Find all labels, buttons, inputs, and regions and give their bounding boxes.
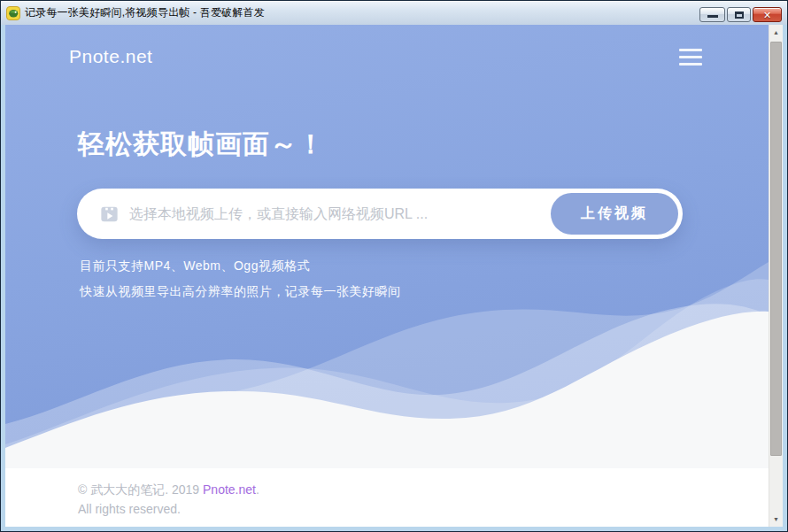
vertical-scrollbar[interactable]: ▲ ▼ [769,25,783,527]
copyright-line: © 武大大的笔记. 2019 Pnote.net. [78,480,769,499]
menu-icon[interactable] [679,46,702,70]
menu-line [679,49,702,51]
web-page: Pnote.net 轻松获取帧画面～！ [5,25,769,527]
scrollbar-thumb[interactable] [770,42,782,456]
menu-line [679,56,702,58]
arrow-down-icon: ▼ [773,516,779,522]
wave-decoration [5,260,769,468]
upload-button[interactable]: 上传视频 [551,193,678,235]
minimize-button[interactable] [699,7,725,22]
close-icon: ✕ [763,10,771,19]
window-title: 记录每一张美好瞬间,将视频导出帧 - 吾爱破解首发 [25,5,265,20]
menu-line [679,63,702,66]
hero-title: 轻松获取帧画面～！ [78,127,769,163]
caption-buttons: ✕ [699,7,782,22]
arrow-up-icon: ▲ [773,29,779,35]
scroll-up-button[interactable]: ▲ [769,25,783,40]
app-icon [6,6,20,20]
site-header: Pnote.net [5,25,769,70]
maximize-icon [735,12,744,19]
video-url-input[interactable] [129,206,551,222]
rights-line: All rights reserved. [78,499,769,519]
site-logo[interactable]: Pnote.net [69,46,152,67]
video-film-icon [100,205,119,223]
scroll-down-button[interactable]: ▼ [769,512,783,527]
footer-link[interactable]: Pnote.net [203,482,256,497]
upload-bar: 上传视频 [77,189,683,239]
page-footer: © 武大大的笔记. 2019 Pnote.net. All rights res… [5,468,769,527]
window-titlebar[interactable]: 记录每一张美好瞬间,将视频导出帧 - 吾爱破解首发 ✕ [1,1,787,25]
app-window: 记录每一张美好瞬间,将视频导出帧 - 吾爱破解首发 ✕ Pnote.net [0,0,788,532]
maximize-button[interactable] [727,7,751,22]
minimize-icon [707,15,718,18]
copyright-text: © 武大大的笔记. 2019 [78,482,203,497]
copyright-suffix: . [256,482,259,497]
window-content: Pnote.net 轻松获取帧画面～！ [1,25,787,531]
close-button[interactable]: ✕ [753,7,782,22]
hero-section: Pnote.net 轻松获取帧画面～！ [5,25,769,468]
